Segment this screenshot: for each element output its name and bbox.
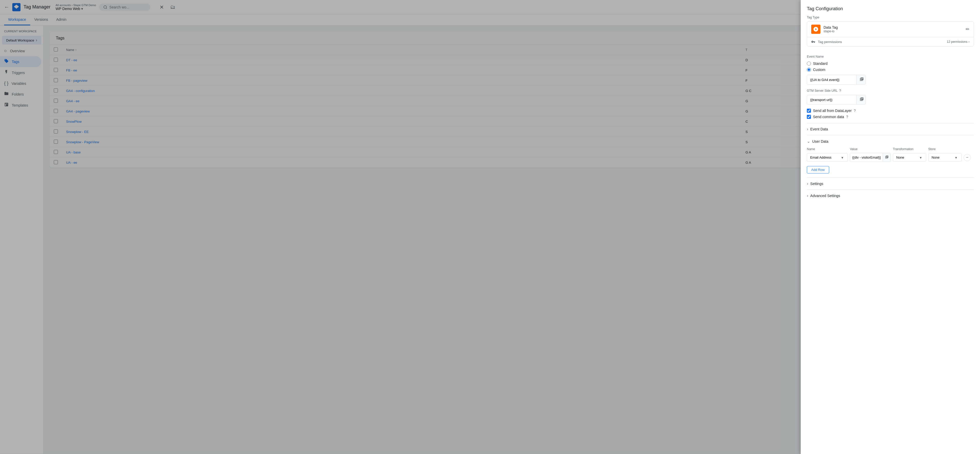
tag-permissions-left: Tag permissions <box>811 40 842 44</box>
advanced-settings-chevron-icon: › <box>807 193 808 198</box>
user-data-columns: Name Value Transformation Store <box>807 147 974 151</box>
tag-permissions-label: Tag permissions <box>818 40 842 44</box>
user-data-row: Email Address ▾ None ▾ <box>807 153 974 162</box>
store-select-arrow-icon: ▾ <box>954 156 958 159</box>
advanced-settings-section: › Advanced Settings <box>807 190 974 202</box>
tag-type-section: Tag Type Data Tag stape-io <box>801 16 980 51</box>
tag-type-label: Tag Type <box>807 16 974 19</box>
advanced-settings-collapsible: › Advanced Settings <box>807 190 974 202</box>
advanced-settings-header[interactable]: › Advanced Settings <box>807 190 974 202</box>
value-pick-icon[interactable] <box>883 153 891 162</box>
store-select[interactable]: None <box>929 153 954 161</box>
user-data-section: ⌄ User Data Name Value Transformation St… <box>801 135 980 174</box>
gtm-url-label: GTM Server Side URL ? <box>807 89 974 93</box>
radio-standard-input[interactable] <box>807 62 811 65</box>
col-transform-header: Transformation <box>893 147 926 151</box>
send-datalayer-checkbox[interactable] <box>807 108 811 113</box>
event-name-input[interactable] <box>807 76 856 84</box>
settings-collapsible: › Settings <box>807 178 974 190</box>
send-datalayer-help-icon[interactable]: ? <box>854 108 856 113</box>
permissions-count: 12 permissions <box>947 40 967 43</box>
col-value-header: Value <box>850 147 891 151</box>
event-name-pick-icon[interactable] <box>856 75 866 84</box>
modal-title: Tag Configuration <box>801 0 980 16</box>
col-store-header: Store <box>928 147 962 151</box>
settings-section: › Settings <box>807 178 974 190</box>
modal-panel: Tag Configuration Tag Type Data Tag stap… <box>801 0 980 454</box>
event-data-label: Event Data <box>810 127 828 131</box>
radio-custom-input[interactable] <box>807 68 811 72</box>
remove-row-button[interactable]: − <box>964 154 971 161</box>
name-select-arrow-icon: ▾ <box>840 156 844 159</box>
settings-chevron-icon: › <box>807 182 808 186</box>
advanced-settings-label: Advanced Settings <box>810 194 840 198</box>
name-select-wrapper: Email Address ▾ <box>807 153 848 162</box>
value-input[interactable] <box>850 153 883 161</box>
radio-custom[interactable]: Custom <box>807 68 974 72</box>
tag-permissions-right: 12 permissions › <box>947 40 969 43</box>
name-select[interactable]: Email Address <box>807 153 840 161</box>
gtm-url-input[interactable] <box>807 96 856 104</box>
send-datalayer-label: Send all from DataLayer <box>813 108 852 113</box>
tag-type-sub: stape-io <box>824 29 838 33</box>
value-input-wrapper <box>850 153 891 162</box>
key-icon <box>811 40 815 44</box>
event-name-input-wrapper <box>807 75 866 84</box>
radio-standard-label: Standard <box>813 62 827 65</box>
radio-custom-label: Custom <box>813 68 825 72</box>
tag-permissions-row[interactable]: Tag permissions 12 permissions › <box>807 37 974 46</box>
user-data-label: User Data <box>812 139 828 143</box>
transform-select[interactable]: None <box>893 153 919 161</box>
event-data-section: › Event Data <box>807 123 974 135</box>
event-data-header[interactable]: › Event Data <box>807 123 974 135</box>
radio-standard[interactable]: Standard <box>807 62 974 65</box>
permissions-chevron-icon: › <box>969 40 969 43</box>
settings-label: Settings <box>810 182 823 186</box>
user-data-header[interactable]: ⌄ User Data <box>807 135 974 147</box>
event-name-label: Event Name <box>807 55 974 59</box>
tag-type-card: Data Tag stape-io ✏ Tag permissions <box>807 21 974 47</box>
gtm-url-input-wrapper <box>807 95 866 105</box>
send-common-label: Send common data <box>813 115 844 119</box>
tag-edit-icon[interactable]: ✏ <box>966 26 969 32</box>
send-common-checkbox[interactable] <box>807 115 811 119</box>
tag-type-icon <box>811 25 821 34</box>
checkboxes-section: Send all from DataLayer ? Send common da… <box>801 108 980 123</box>
send-common-row: Send common data ? <box>807 115 974 119</box>
event-data-chevron-icon: › <box>807 127 808 131</box>
tag-type-name: Data Tag <box>824 25 838 29</box>
gtm-url-pick-icon[interactable] <box>856 95 866 104</box>
event-data-collapsible: › Event Data <box>807 123 974 135</box>
gtm-url-help-icon[interactable]: ? <box>839 89 841 93</box>
radio-group: Standard Custom <box>807 62 974 72</box>
send-common-help-icon[interactable]: ? <box>846 115 848 119</box>
event-name-section: Event Name Standard Custom <box>801 51 980 89</box>
send-datalayer-row: Send all from DataLayer ? <box>807 108 974 113</box>
add-row-button[interactable]: Add Row <box>807 166 829 174</box>
settings-header[interactable]: › Settings <box>807 178 974 190</box>
tag-type-text: Data Tag stape-io <box>824 25 838 33</box>
store-select-wrapper: None ▾ <box>928 153 962 162</box>
gtm-url-section: GTM Server Side URL ? <box>801 89 980 108</box>
tag-type-header: Data Tag stape-io ✏ <box>807 22 974 37</box>
modal-overlay: Tag Configuration Tag Type Data Tag stap… <box>0 0 980 454</box>
transform-select-wrapper: None ▾ <box>893 153 926 162</box>
user-data-chevron-icon: ⌄ <box>807 139 810 144</box>
col-name-header: Name <box>807 147 848 151</box>
transform-select-arrow-icon: ▾ <box>919 156 923 159</box>
tag-type-info: Data Tag stape-io <box>811 25 838 34</box>
